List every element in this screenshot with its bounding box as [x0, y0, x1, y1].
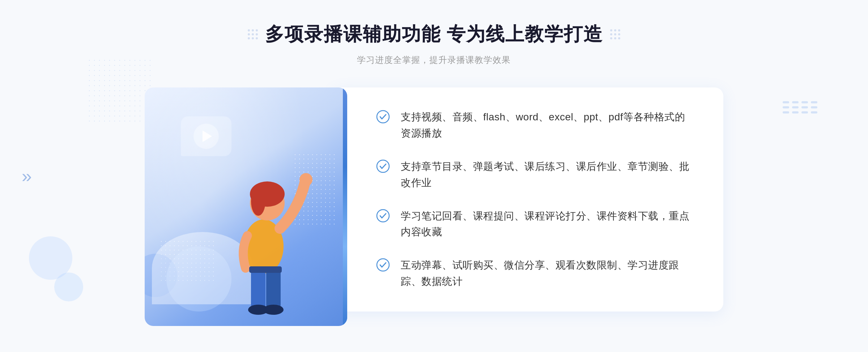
feature-item-4: 互动弹幕、试听购买、微信分享、观看次数限制、学习进度跟踪、数据统计 — [376, 257, 694, 290]
feature-text-2: 支持章节目录、弹题考试、课后练习、课后作业、章节测验、批改作业 — [401, 159, 694, 191]
feature-text-3: 学习笔记回看、课程提问、课程评论打分、课件资料下载，重点内容收藏 — [401, 208, 694, 241]
svg-point-12 — [377, 210, 389, 222]
svg-rect-5 — [251, 268, 265, 308]
subtitle: 学习进度全掌握，提升录播课教学效果 — [248, 54, 620, 66]
svg-point-11 — [377, 160, 389, 172]
title-row: 多项录播课辅助功能 专为线上教学打造 — [248, 22, 620, 47]
title-dots-right — [610, 29, 620, 39]
main-title: 多项录播课辅助功能 专为线上教学打造 — [265, 22, 603, 47]
features-card: 支持视频、音频、flash、word、excel、ppt、pdf等各种格式的资源… — [333, 87, 723, 312]
svg-rect-9 — [249, 266, 282, 273]
svg-point-4 — [299, 173, 312, 186]
side-line-accent — [343, 87, 347, 326]
svg-point-8 — [263, 305, 284, 315]
check-icon-4 — [376, 258, 390, 272]
svg-rect-6 — [266, 268, 281, 308]
feature-text-1: 支持视频、音频、flash、word、excel、ppt、pdf等各种格式的资源… — [401, 109, 694, 142]
check-icon-3 — [376, 209, 390, 223]
feature-item-3: 学习笔记回看、课程提问、课程评论打分、课件资料下载，重点内容收藏 — [376, 208, 694, 241]
main-content: 支持视频、音频、flash、word、excel、ppt、pdf等各种格式的资源… — [145, 87, 723, 326]
circle-decoration-medium — [54, 272, 83, 301]
svg-point-10 — [377, 111, 389, 123]
check-icon-2 — [376, 159, 390, 173]
feature-item-1: 支持视频、音频、flash、word、excel、ppt、pdf等各种格式的资源… — [376, 109, 694, 142]
title-dots-left — [248, 29, 258, 39]
svg-point-13 — [377, 259, 389, 271]
figure-illustration — [211, 145, 327, 326]
left-arrow-decoration: » — [22, 166, 32, 186]
feature-item-2: 支持章节目录、弹题考试、课后练习、课后作业、章节测验、批改作业 — [376, 159, 694, 191]
feature-text-4: 互动弹幕、试听购买、微信分享、观看次数限制、学习进度跟踪、数据统计 — [401, 257, 694, 290]
check-icon-1 — [376, 110, 390, 124]
header-section: 多项录播课辅助功能 专为线上教学打造 学习进 — [248, 22, 620, 66]
play-icon — [203, 130, 212, 142]
svg-point-3 — [251, 187, 265, 216]
lines-decoration-right — [783, 101, 817, 116]
dots-decoration-left — [87, 58, 152, 123]
illustration-card — [145, 87, 347, 326]
page-container: » — [0, 0, 868, 352]
